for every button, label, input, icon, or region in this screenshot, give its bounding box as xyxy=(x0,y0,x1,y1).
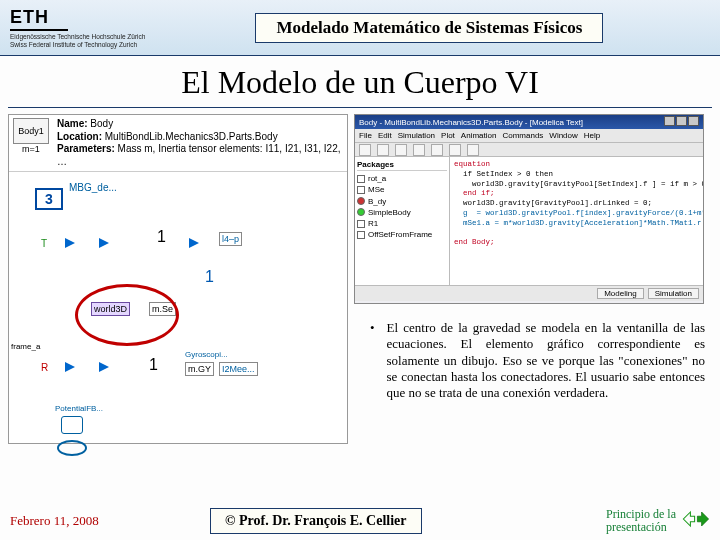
explanation-bullet: • El centro de la gravedad se modela en … xyxy=(370,320,705,401)
footer-link[interactable]: Principio de la presentación xyxy=(606,508,710,534)
globe-icon xyxy=(57,440,87,456)
code-editor[interactable]: equation if SetIndex > 0 then world3D.gr… xyxy=(450,157,703,285)
meta-location-label: Location: xyxy=(57,131,102,142)
tree-item-label: rot_a xyxy=(368,173,386,184)
toolbar-button[interactable] xyxy=(467,144,479,156)
r-label: R xyxy=(41,362,48,373)
eth-logo-subtitle: Eidgenössische Technische Hochschule Zür… xyxy=(10,33,145,47)
diagram-meta: Name: Body Location: MultiBondLib.Mechan… xyxy=(57,118,343,168)
eth-logo-block: ETH Eidgenössische Technische Hochschule… xyxy=(10,7,145,47)
mgy-box: m.GY xyxy=(185,362,214,376)
tree-item[interactable]: MSe xyxy=(357,184,447,195)
footer-date: Febrero 11, 2008 xyxy=(10,513,160,529)
code-window-tabs[interactable]: Modeling Simulation xyxy=(355,285,703,301)
explanation-text: El centro de la gravedad se modela en la… xyxy=(387,320,705,401)
one-b-label: 1 xyxy=(205,268,214,286)
tab-modeling[interactable]: Modeling xyxy=(597,288,643,299)
package-tree[interactable]: Packages rot_a MSe B_dy SimpleBody R1 Of… xyxy=(355,157,450,285)
toolbar-button[interactable] xyxy=(431,144,443,156)
mass-label: m=1 xyxy=(13,144,49,154)
square-icon xyxy=(357,175,365,183)
gyro-label: Gyroscopi... xyxy=(185,350,228,359)
toolbar-button[interactable] xyxy=(359,144,371,156)
nav-arrows-icon[interactable] xyxy=(682,508,710,533)
one-a-label: 1 xyxy=(157,228,166,246)
square-icon xyxy=(357,186,365,194)
code-window: Body - MultiBondLib.Mechanics3D.Parts.Bo… xyxy=(354,114,704,304)
tree-item-label: R1 xyxy=(368,218,378,229)
meta-location-value: MultiBondLib.Mechanics3D.Parts.Body xyxy=(105,131,278,142)
tree-item[interactable]: SimpleBody xyxy=(357,207,447,218)
menu-item[interactable]: Plot xyxy=(441,131,455,140)
toolbar-button[interactable] xyxy=(449,144,461,156)
circle-icon xyxy=(357,197,365,205)
eth-logo-text: ETH xyxy=(10,7,68,31)
tree-item[interactable]: R1 xyxy=(357,218,447,229)
minimize-icon[interactable] xyxy=(664,116,675,126)
diagram-panel: Body1 m=1 Name: Body Location: MultiBond… xyxy=(8,114,348,444)
menu-item[interactable]: Edit xyxy=(378,131,392,140)
tree-item[interactable]: OffSetFromFrame xyxy=(357,229,447,240)
header-title: Modelado Matemático de Sistemas Físicos xyxy=(255,13,603,43)
arrow-icon xyxy=(99,362,109,372)
arrow-icon xyxy=(65,362,75,372)
potfb-icon xyxy=(61,416,83,434)
potfb-label: PotentialFB... xyxy=(55,404,103,413)
code-window-toolbar[interactable] xyxy=(355,143,703,157)
tab-simulation[interactable]: Simulation xyxy=(648,288,699,299)
menu-item[interactable]: Commands xyxy=(502,131,543,140)
frame-label: frame_a xyxy=(11,342,40,351)
meta-name-value: Body xyxy=(90,118,113,129)
menu-item[interactable]: Simulation xyxy=(398,131,435,140)
tree-header: Packages xyxy=(357,159,447,171)
bullet-icon: • xyxy=(370,320,375,401)
arrow-icon xyxy=(65,238,75,248)
toolbar-button[interactable] xyxy=(377,144,389,156)
footer-author: © Prof. Dr. François E. Cellier xyxy=(210,508,422,534)
meta-params-label: Parameters: xyxy=(57,143,115,154)
one-c-label: 1 xyxy=(149,356,158,374)
menu-item[interactable]: File xyxy=(359,131,372,140)
arrow-icon xyxy=(99,238,109,248)
mbg-label: MBG_de... xyxy=(69,182,117,193)
tree-item-label: B_dy xyxy=(368,196,386,207)
body-icon: Body1 xyxy=(13,118,49,144)
footer-link-text: Principio de la presentación xyxy=(606,508,676,534)
title-divider xyxy=(8,107,712,108)
menu-item[interactable]: Animation xyxy=(461,131,497,140)
header-bar: ETH Eidgenössische Technische Hochschule… xyxy=(0,0,720,56)
circle-icon xyxy=(357,208,365,216)
t-label: T xyxy=(41,238,47,249)
footer: Febrero 11, 2008 © Prof. Dr. François E.… xyxy=(0,508,720,534)
maximize-icon[interactable] xyxy=(676,116,687,126)
diagram-header: Body1 m=1 Name: Body Location: MultiBond… xyxy=(9,115,347,172)
highlight-ellipse-icon xyxy=(75,284,179,346)
tree-item[interactable]: B_dy xyxy=(357,196,447,207)
i2mee-box: I2Mee... xyxy=(219,362,258,376)
code-window-titlebar: Body - MultiBondLib.Mechanics3D.Parts.Bo… xyxy=(355,115,703,129)
menu-item[interactable]: Window xyxy=(549,131,577,140)
window-buttons[interactable] xyxy=(663,116,699,128)
toolbar-button[interactable] xyxy=(413,144,425,156)
toolbar-button[interactable] xyxy=(395,144,407,156)
diagram-canvas: 3 MBG_de... T 1 l4–p 1 world3D m.Se fram… xyxy=(9,172,347,464)
code-window-body: Packages rot_a MSe B_dy SimpleBody R1 Of… xyxy=(355,157,703,285)
tree-item-label: OffSetFromFrame xyxy=(368,229,432,240)
menu-item[interactable]: Help xyxy=(584,131,600,140)
diagram-body-icon-wrap: Body1 m=1 xyxy=(13,118,49,168)
square-icon xyxy=(357,220,365,228)
close-icon[interactable] xyxy=(688,116,699,126)
tree-item-label: MSe xyxy=(368,184,384,195)
tree-item-label: SimpleBody xyxy=(368,207,411,218)
slide-title: El Modelo de un Cuerpo VI xyxy=(0,64,720,101)
code-window-menubar[interactable]: File Edit Simulation Plot Animation Comm… xyxy=(355,129,703,143)
meta-name-label: Name: xyxy=(57,118,88,129)
arrow-icon xyxy=(189,238,199,248)
tree-item[interactable]: rot_a xyxy=(357,173,447,184)
square-icon xyxy=(357,231,365,239)
diagram-three-box: 3 xyxy=(35,188,63,210)
code-window-title: Body - MultiBondLib.Mechanics3D.Parts.Bo… xyxy=(359,118,583,127)
l4p-box: l4–p xyxy=(219,232,242,246)
